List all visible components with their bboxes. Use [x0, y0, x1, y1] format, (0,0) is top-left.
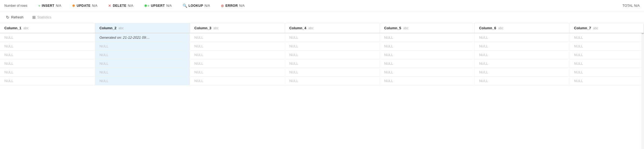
- cell-r5-c2: NULL: [190, 77, 285, 85]
- col-7-name: Column_7: [574, 26, 591, 30]
- insert-stat: + INSERT N/A: [38, 4, 61, 8]
- cell-r1-c2: NULL: [190, 42, 285, 51]
- cell-r0-c3: NULL: [285, 33, 380, 42]
- cell-r1-c4: NULL: [380, 42, 475, 51]
- col-2-type: abc: [118, 26, 124, 30]
- table-row: NULLNULLNULLNULLNULLNULLNULL: [0, 77, 644, 85]
- refresh-button[interactable]: ↻ Refresh: [4, 14, 25, 21]
- refresh-icon: ↻: [6, 15, 9, 20]
- col-header-4: Column_4 abc: [285, 23, 380, 33]
- cell-r1-c3: NULL: [285, 42, 380, 51]
- cell-r5-c4: NULL: [380, 77, 475, 85]
- stats-bar: Number of rows + INSERT N/A ✱ UPDATE N/A…: [0, 0, 644, 11]
- col-header-6: Column_6 abc: [475, 23, 569, 33]
- num-rows-label: Number of rows: [4, 4, 27, 8]
- cell-r4-c0: NULL: [0, 68, 95, 77]
- data-table: Column_1 abc Column_2 abc Column_3 abc C…: [0, 23, 644, 85]
- col-3-type: abc: [213, 26, 219, 30]
- lookup-label: LOOKUP: [189, 4, 203, 8]
- cell-r5-c0: NULL: [0, 77, 95, 85]
- cell-r0-c4: NULL: [380, 33, 475, 42]
- col-2-name: Column_2: [99, 26, 116, 30]
- upsert-icon: ✱+: [144, 4, 150, 8]
- cell-r0-c5: NULL: [475, 33, 569, 42]
- cell-r1-c1: NULL: [95, 42, 190, 51]
- cell-r1-c0: NULL: [0, 42, 95, 51]
- upsert-value: N/A: [166, 4, 172, 8]
- delete-value: N/A: [128, 4, 133, 8]
- scrollbar[interactable]: [641, 23, 644, 149]
- col-4-type: abc: [308, 26, 313, 30]
- upsert-label: UPSERT: [151, 4, 165, 8]
- upsert-stat: ✱+ UPSERT N/A: [144, 4, 172, 8]
- cell-r4-c5: NULL: [475, 68, 569, 77]
- statistics-button[interactable]: ⊞ Statistics: [31, 14, 53, 21]
- cell-r2-c4: NULL: [380, 51, 475, 59]
- delete-icon: ✕: [108, 4, 111, 8]
- cell-r2-c0: NULL: [0, 51, 95, 59]
- table-row: NULLNULLNULLNULLNULLNULLNULL: [0, 59, 644, 68]
- cell-r1-c6: NULL: [569, 42, 644, 51]
- cell-r3-c2: NULL: [190, 59, 285, 68]
- delete-label: DELETE: [113, 4, 126, 8]
- update-icon: ✱: [72, 4, 75, 8]
- lookup-value: N/A: [205, 4, 210, 8]
- insert-icon: +: [38, 4, 40, 8]
- col-5-name: Column_5: [384, 26, 401, 30]
- refresh-label: Refresh: [11, 15, 24, 19]
- table-row: NULLNULLNULLNULLNULLNULLNULL: [0, 42, 644, 51]
- cell-r3-c0: NULL: [0, 59, 95, 68]
- cell-r4-c3: NULL: [285, 68, 380, 77]
- cell-r4-c4: NULL: [380, 68, 475, 77]
- error-stat: ⊗ ERROR N/A: [221, 4, 245, 8]
- col-7-type: abc: [593, 26, 598, 30]
- cell-r3-c4: NULL: [380, 59, 475, 68]
- update-value: N/A: [92, 4, 97, 8]
- cell-r3-c3: NULL: [285, 59, 380, 68]
- cell-r0-c2: NULL: [190, 33, 285, 42]
- cell-r5-c1: NULL: [95, 77, 190, 85]
- cell-r0-c6: NULL: [569, 33, 644, 42]
- cell-r3-c5: NULL: [475, 59, 569, 68]
- delete-stat: ✕ DELETE N/A: [108, 4, 133, 8]
- data-table-container[interactable]: Column_1 abc Column_2 abc Column_3 abc C…: [0, 23, 644, 85]
- lookup-stat: 🔍 LOOKUP N/A: [183, 4, 210, 8]
- total-label: TOTAL: [623, 4, 633, 8]
- cell-r1-c5: NULL: [475, 42, 569, 51]
- cell-r2-c6: NULL: [569, 51, 644, 59]
- cell-r2-c1: NULL: [95, 51, 190, 59]
- col-5-type: abc: [403, 26, 408, 30]
- cell-r2-c2: NULL: [190, 51, 285, 59]
- col-header-1: Column_1 abc: [0, 23, 95, 33]
- col-4-name: Column_4: [289, 26, 306, 30]
- cell-r0-c1: Generated on: 21-12-2021 09:...: [95, 33, 190, 42]
- table-row: NULLNULLNULLNULLNULLNULLNULL: [0, 68, 644, 77]
- toolbar: ↻ Refresh ⊞ Statistics: [0, 11, 644, 23]
- table-row: NULLNULLNULLNULLNULLNULLNULL: [0, 51, 644, 59]
- col-6-type: abc: [498, 26, 503, 30]
- cell-r2-c5: NULL: [475, 51, 569, 59]
- insert-label: INSERT: [42, 4, 54, 8]
- num-rows-stat: Number of rows: [4, 4, 27, 8]
- col-header-3: Column_3 abc: [190, 23, 285, 33]
- total-stat: TOTAL N/A: [623, 4, 640, 8]
- error-icon: ⊗: [221, 4, 224, 8]
- table-row: NULLGenerated on: 21-12-2021 09:...NULLN…: [0, 33, 644, 42]
- cell-r3-c1: NULL: [95, 59, 190, 68]
- lookup-icon: 🔍: [183, 4, 187, 8]
- cell-r4-c1: NULL: [95, 68, 190, 77]
- update-stat: ✱ UPDATE N/A: [72, 4, 97, 8]
- col-6-name: Column_6: [479, 26, 496, 30]
- insert-value: N/A: [56, 4, 61, 8]
- error-label: ERROR: [225, 4, 238, 8]
- statistics-icon: ⊞: [32, 15, 36, 20]
- col-header-7: Column_7 abc: [569, 23, 644, 33]
- cell-r5-c5: NULL: [475, 77, 569, 85]
- cell-r2-c3: NULL: [285, 51, 380, 59]
- col-header-2: Column_2 abc: [95, 23, 190, 33]
- cell-r4-c2: NULL: [190, 68, 285, 77]
- cell-r4-c6: NULL: [569, 68, 644, 77]
- error-value: N/A: [239, 4, 245, 8]
- table-header-row: Column_1 abc Column_2 abc Column_3 abc C…: [0, 23, 644, 33]
- update-label: UPDATE: [77, 4, 90, 8]
